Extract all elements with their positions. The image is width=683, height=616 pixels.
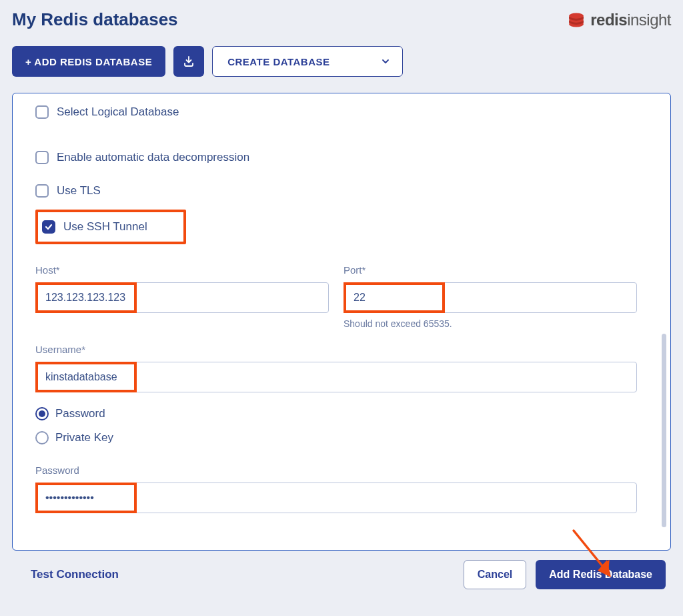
auth-password-radio[interactable]: Password (35, 407, 637, 420)
select-logical-db-row[interactable]: Select Logical Database (35, 105, 637, 119)
use-ssh-tunnel-label: Use SSH Tunnel (63, 220, 147, 234)
brand-prefix: redis (590, 11, 627, 29)
auth-privatekey-radio[interactable]: Private Key (35, 431, 637, 444)
checkbox-unchecked-icon[interactable] (35, 151, 49, 164)
checkbox-unchecked-icon[interactable] (35, 184, 49, 198)
radio-unselected-icon[interactable] (35, 431, 49, 444)
username-input[interactable] (35, 362, 637, 392)
password-field: Password (35, 465, 637, 513)
redis-logo-icon (566, 11, 586, 29)
checkbox-checked-icon[interactable] (42, 220, 55, 234)
create-database-dropdown[interactable]: CREATE DATABASE (212, 46, 403, 77)
username-field: Username* (35, 344, 637, 392)
host-field: Host* (35, 264, 329, 329)
port-label: Port* (344, 264, 637, 276)
use-ssh-tunnel-row[interactable]: Use SSH Tunnel (35, 210, 186, 244)
port-input[interactable] (344, 282, 637, 313)
add-redis-database-submit-button[interactable]: Add Redis Database (536, 560, 666, 589)
auth-privatekey-label: Private Key (55, 431, 113, 444)
header: My Redis databases redisinsight (12, 9, 671, 30)
auth-password-label: Password (55, 407, 105, 420)
host-label: Host* (35, 264, 329, 276)
password-label: Password (35, 465, 637, 476)
add-redis-database-button[interactable]: + ADD REDIS DATABASE (12, 46, 165, 77)
select-logical-db-label: Select Logical Database (57, 105, 179, 119)
footer: Test Connection Cancel Add Redis Databas… (12, 560, 671, 589)
decompression-label: Enable automatic data decompression (57, 151, 249, 164)
scrollbar[interactable] (662, 334, 666, 527)
use-tls-label: Use TLS (57, 184, 101, 198)
page-title: My Redis databases (12, 9, 178, 30)
brand: redisinsight (566, 11, 671, 29)
checkbox-unchecked-icon[interactable] (35, 105, 49, 119)
download-icon (183, 55, 195, 67)
port-hint: Should not exceed 65535. (344, 318, 637, 329)
username-label: Username* (35, 344, 637, 355)
action-bar: + ADD REDIS DATABASE CREATE DATABASE (12, 46, 671, 77)
password-input[interactable] (35, 483, 637, 513)
chevron-down-icon (381, 57, 390, 66)
form-panel: Select Logical Database Enable automatic… (12, 93, 671, 551)
import-button[interactable] (173, 46, 204, 77)
test-connection-link[interactable]: Test Connection (31, 568, 119, 581)
brand-suffix: insight (627, 11, 671, 29)
decompression-row[interactable]: Enable automatic data decompression (35, 151, 637, 164)
port-field: Port* Should not exceed 65535. (344, 264, 637, 329)
use-tls-row[interactable]: Use TLS (35, 184, 637, 198)
create-database-label: CREATE DATABASE (227, 56, 329, 67)
host-input[interactable] (35, 282, 329, 313)
radio-selected-icon[interactable] (35, 407, 49, 420)
cancel-button[interactable]: Cancel (464, 560, 526, 589)
